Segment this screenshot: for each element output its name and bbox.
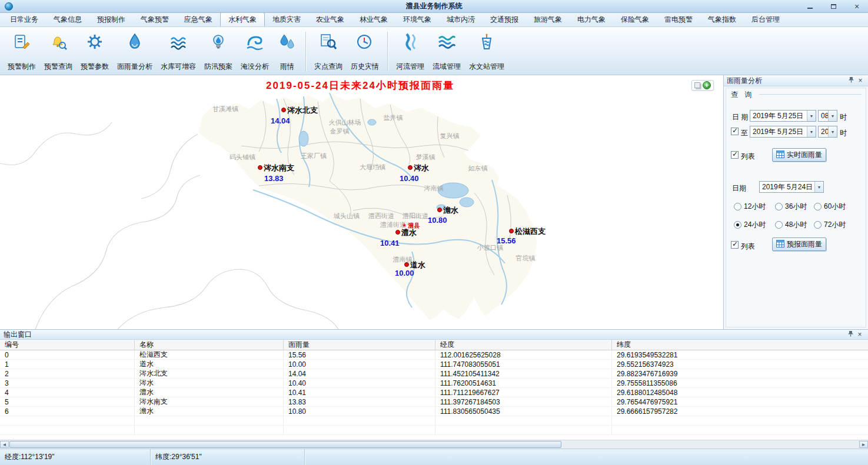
menu-item-10[interactable]: 城市内涝 [439,12,483,26]
station-marker-icon[interactable] [396,230,400,235]
menu-item-0[interactable]: 日常业务 [2,12,46,26]
rain-info-icon [277,31,297,52]
station-marker-icon[interactable] [408,166,413,170]
close-icon[interactable]: × [856,76,865,85]
alert-compose-icon [12,31,32,52]
menu-item-15[interactable]: 雷电预警 [657,12,700,26]
town-label: 梦溪镇 [416,153,435,160]
rainfall-analysis-panel: 面雨量分析 × 查 询 日 期 2019年 5月25日 ▼ 08 ▼ 时 [723,75,868,329]
layers-icon[interactable] [694,82,700,88]
toolbar-rainfall-analysis-button[interactable]: 面雨量分析 [113,29,157,73]
scrollbar-thumb[interactable] [9,441,561,448]
column-header[interactable]: 纬度 [612,340,868,350]
title-bar: 澧县业务制作系统 × [0,0,868,13]
forecast-date-select[interactable]: 2019年 5月24日 ▼ [759,181,824,193]
table-cell: 涔水南支 [135,397,284,406]
menu-item-11[interactable]: 交通预报 [483,12,526,26]
app-window: 澧县业务制作系统 × 日常业务气象信息预报制作气象预警应急气象水利气象地质灾害农… [0,0,868,465]
duration-radio-2[interactable]: 60小时 [814,202,862,212]
rainfall-analysis-icon [125,31,145,52]
table-row[interactable]: 2涔水北支14.04111.45210541134229.88234767169… [0,369,868,379]
table-row[interactable]: 5涔水南支13.83111.39726718450329.76544769759… [0,397,868,407]
toolbar-hydrostation-mgmt-button[interactable]: 水文站管理 [465,29,508,73]
duration-radio-1[interactable]: 36小时 [775,202,814,212]
toolbar-disaster-query-button[interactable]: 灾点查询 [310,29,347,73]
map-area: 甘溪滩镇火供山林场金罗镇盐井镇复兴镇码头铺镇王家厂镇梦溪镇大堰垱镇如东镇涔南镇城… [0,75,723,329]
table-cell [612,416,868,425]
menu-item-17[interactable]: 后台管理 [744,12,787,26]
menu-item-2[interactable]: 预报制作 [89,12,133,26]
end-date-select[interactable]: 2019年 5月25日 ▼ [750,126,816,138]
minimize-icon[interactable] [803,2,816,11]
duration-radio-3[interactable]: 24小时 [734,220,775,230]
menu-item-14[interactable]: 保险气象 [613,12,657,26]
station-marker-icon[interactable] [510,229,514,233]
pin-icon[interactable] [846,76,856,85]
table-icon [776,240,784,249]
column-header[interactable]: 面雨量 [284,340,435,350]
menu-item-9[interactable]: 环境气象 [395,12,439,26]
duration-radio-4[interactable]: 48小时 [775,220,814,230]
forecast-rainfall-button[interactable]: 预报面雨量 [772,237,826,251]
maximize-icon[interactable] [827,2,840,11]
toolbar-basin-mgmt-button[interactable]: 流域管理 [428,29,465,73]
table-cell: 2 [0,369,135,378]
table-row[interactable]: 3涔水10.40111.7620051463129.7555811355086 [0,379,868,388]
table-row[interactable]: 4澧水10.41111.71121966762729.6188012485048 [0,388,868,397]
table-row[interactable]: 6澹水10.80111.83056505043529.6666157957282 [0,407,868,416]
column-header[interactable]: 编号 [0,340,135,350]
toolbar-flood-plan-button[interactable]: 防汛预案 [200,29,237,73]
toolbar-alert-query-button[interactable]: 预警查询 [40,29,77,73]
table-cell: 松滋西支 [135,350,284,359]
close-icon[interactable]: × [850,2,863,11]
duration-radio-0[interactable]: 12小时 [734,202,775,212]
column-header[interactable]: 经度 [435,340,612,350]
toolbar-alert-compose-button[interactable]: 预警制作 [4,29,40,73]
add-layer-button[interactable]: + [703,81,711,89]
ribbon-toolbar: 预警制作预警查询预警参数面雨量分析水库可增容防汛预案淹没分析雨情灾点查询历史灾情… [0,27,868,75]
forecast-list-checkbox[interactable] [731,241,739,249]
menu-item-12[interactable]: 旅游气象 [526,12,570,26]
close-icon[interactable]: × [855,330,864,339]
station-marker-icon[interactable] [405,263,409,267]
start-date-select[interactable]: 2019年 5月25日 ▼ [750,110,816,122]
menu-item-6[interactable]: 地质灾害 [265,12,308,26]
town-label: 澧西街道 [368,212,394,219]
button-label: 实时面雨量 [787,150,822,160]
column-header[interactable]: 名称 [135,340,284,350]
toolbar-inundation-button[interactable]: 淹没分析 [237,29,273,73]
to-checkbox[interactable] [731,128,739,135]
toolbar-rain-info-button[interactable]: 雨情 [273,29,301,73]
table-row[interactable]: 1道水10.00111.74708305505129.552156374923 [0,360,868,369]
scroll-left-icon[interactable]: ◄ [0,441,9,448]
toolbar-group-2: 河流管理流域管理水文站管理 [392,29,508,73]
realtime-list-checkbox[interactable] [731,151,739,159]
toolbar-reservoir-button[interactable]: 水库可增容 [157,29,200,73]
table-cell [435,416,612,425]
station-marker-icon[interactable] [282,108,286,112]
menu-item-3[interactable]: 气象预警 [133,12,177,26]
table-row[interactable]: 0松滋西支15.56112.00162562502829.61935495322… [0,350,868,360]
menu-item-1[interactable]: 气象信息 [46,12,89,26]
toolbar-river-mgmt-button[interactable]: 河流管理 [392,29,428,73]
realtime-rainfall-button[interactable]: 实时面雨量 [772,148,826,162]
menu-item-4[interactable]: 应急气象 [177,12,220,26]
pin-icon[interactable] [846,330,855,339]
station-marker-icon[interactable] [258,166,262,170]
map-canvas[interactable]: 甘溪滩镇火供山林场金罗镇盐井镇复兴镇码头铺镇王家厂镇梦溪镇大堰垱镇如东镇涔南镇城… [0,75,723,329]
duration-radio-5[interactable]: 72小时 [814,220,862,230]
station-marker-icon[interactable] [438,208,442,212]
menu-item-5[interactable]: 水利气象 [220,12,265,26]
scroll-right-icon[interactable]: ► [859,441,868,448]
toolbar-alert-params-button[interactable]: 预警参数 [77,29,113,73]
status-spacer [305,449,868,465]
toolbar-item-label: 淹没分析 [241,62,269,72]
town-label: 城头山镇 [333,212,360,219]
menu-item-7[interactable]: 农业气象 [308,12,352,26]
start-hour-select[interactable]: 08 ▼ [818,110,837,122]
toolbar-disaster-history-button[interactable]: 历史灾情 [347,29,383,73]
menu-item-8[interactable]: 林业气象 [352,12,395,26]
end-hour-select[interactable]: 20 ▼ [818,126,837,138]
menu-item-16[interactable]: 气象指数 [700,12,744,26]
menu-item-13[interactable]: 电力气象 [570,12,613,26]
